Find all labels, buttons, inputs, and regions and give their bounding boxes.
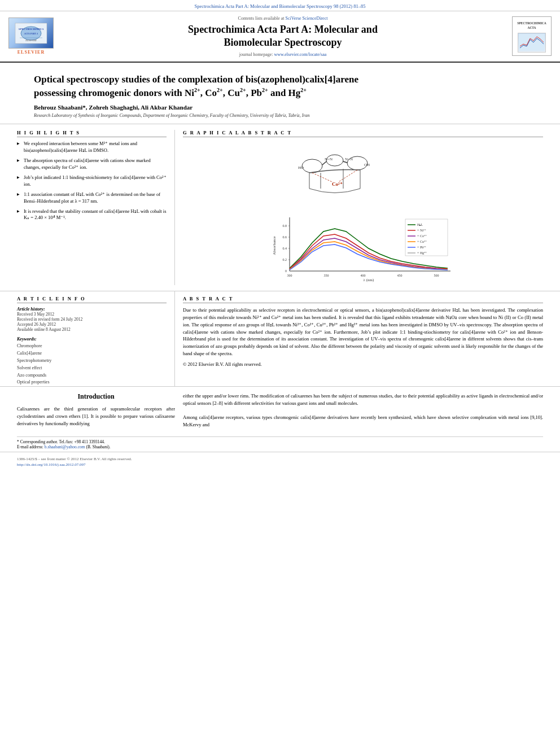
svg-text:0.8: 0.8 xyxy=(283,224,287,228)
svg-text:HO: HO xyxy=(298,165,304,170)
received-date: Received 3 May 2012 xyxy=(17,312,167,317)
article-info-heading: A R T I C L E I N F O xyxy=(17,296,167,303)
abstract-copyright: © 2012 Elsevier B.V. All rights reserved… xyxy=(183,361,543,368)
svg-text:+ Pb²⁺: + Pb²⁺ xyxy=(417,246,426,249)
highlight-item-2: The absorption spectra of calix[4]arene … xyxy=(17,158,167,171)
intro-right-column: either the upper and/or lower rims. The … xyxy=(183,392,543,429)
graphical-abstract-column: G R A P H I C A L A B S T R A C T N=N N=… xyxy=(175,130,543,285)
spectrum-svg: 0 0.2 0.4 0.6 0.8 300 350 400 450 500 xyxy=(270,215,456,282)
abstract-heading: A B S T R A C T xyxy=(183,296,543,303)
keyword-3: Spectrophotometry xyxy=(17,357,167,365)
intro-heading: Introduction xyxy=(17,392,175,401)
available-online-date: Available online 8 August 2012 xyxy=(17,327,167,332)
spectro-logo-area: SPECTROCHIMICAACTA xyxy=(509,16,554,56)
svg-text:Absorbance: Absorbance xyxy=(272,237,277,255)
svg-text:ACTA PART A: ACTA PART A xyxy=(24,32,38,35)
accepted-date: Accepted 26 July 2012 xyxy=(17,322,167,327)
journal-header: SPECTROCHIMICA ACTA PART A ELSEVIER ELSE… xyxy=(0,11,560,63)
paper-title-section: Optical spectroscopy studies of the comp… xyxy=(0,63,560,125)
spectrum-chart: 0 0.2 0.4 0.6 0.8 300 350 400 450 500 xyxy=(183,212,543,285)
highlight-item-3: Job’s plot indicated 1:1 binding-stoichi… xyxy=(17,174,167,188)
svg-text:0: 0 xyxy=(285,269,287,273)
svg-text:ELSEVIER: ELSEVIER xyxy=(25,39,37,42)
intro-left-column: Introduction Calixarenes are the third g… xyxy=(17,392,175,429)
svg-line-22 xyxy=(339,170,357,182)
svg-text:450: 450 xyxy=(397,274,403,277)
molecule-svg: N=N N=N HO OH Co²⁺ xyxy=(273,143,453,206)
highlights-abstract-row: H I G H L I G H T S We explored interact… xyxy=(0,130,560,285)
journal-homepage: journal homepage: www.elsevier.com/locat… xyxy=(62,52,504,57)
elsevier-text: ELSEVIER xyxy=(18,50,45,55)
corresponding-author-note: * Corresponding author. Tel./fax: +98 41… xyxy=(17,439,543,444)
history-label: Article history: xyxy=(17,307,167,312)
received-revised-date: Received in revised form 24 July 2012 xyxy=(17,317,167,322)
highlight-item-4: 1:1 association constant of H₂L with Co²… xyxy=(17,191,167,205)
svg-text:0.4: 0.4 xyxy=(283,247,287,250)
email-label: E-mail address: xyxy=(17,444,43,449)
doi-link[interactable]: http://dx.doi.org/10.1016/j.saa.2012.07.… xyxy=(17,462,85,467)
svg-text:400: 400 xyxy=(361,274,366,277)
svg-text:+ Hg²⁺: + Hg²⁺ xyxy=(417,251,427,255)
introduction-section: Introduction Calixarenes are the third g… xyxy=(0,386,560,434)
journal-center-block: Contents lists available at SciVerse Sci… xyxy=(62,16,504,57)
email-suffix: (B. Shaabani). xyxy=(86,444,111,449)
svg-text:+ Cu²⁺: + Cu²⁺ xyxy=(417,240,427,243)
journal-citation: Spectrochimica Acta Part A: Molecular an… xyxy=(194,3,365,9)
abstract-column: A B S T R A C T Due to their potential a… xyxy=(175,291,543,386)
highlights-heading: H I G H L I G H T S xyxy=(17,130,167,137)
keyword-2: Calix[4]arene xyxy=(17,350,167,357)
sciverse-link[interactable]: SciVerse ScienceDirect xyxy=(286,16,328,21)
homepage-link[interactable]: www.elsevier.com/locate/saa xyxy=(274,52,326,57)
svg-text:H₂L: H₂L xyxy=(417,223,423,226)
highlight-item-5: It is revealed that the stability consta… xyxy=(17,208,167,222)
svg-rect-6 xyxy=(519,34,545,51)
footnote-section: * Corresponding author. Tel./fax: +98 41… xyxy=(0,434,560,452)
keyword-6: Optical properties xyxy=(17,379,167,386)
keyword-4: Solvent effect xyxy=(17,365,167,372)
svg-text:0.6: 0.6 xyxy=(283,235,287,239)
svg-text:N=N: N=N xyxy=(345,157,353,161)
info-abstract-row: A R T I C L E I N F O Article history: R… xyxy=(0,291,560,386)
paper-affiliation: Research Laboratory of Synthesis of Inor… xyxy=(34,113,526,118)
svg-text:Co²⁺: Co²⁺ xyxy=(332,181,343,187)
svg-text:N=N: N=N xyxy=(325,157,333,161)
svg-text:SPECTROCHIMICA: SPECTROCHIMICA xyxy=(19,28,44,30)
issn-note: 1386-1425/$ – see front matter © 2012 El… xyxy=(17,457,543,461)
highlights-column: H I G H L I G H T S We explored interact… xyxy=(17,130,175,285)
sciverse-line: Contents lists available at SciVerse Sci… xyxy=(62,16,504,21)
svg-line-10 xyxy=(322,161,326,165)
keyword-1: Chromophore xyxy=(17,343,167,350)
email-address[interactable]: b.shaabani@yahoo.com xyxy=(45,444,85,449)
article-info-column: A R T I C L E I N F O Article history: R… xyxy=(17,291,175,386)
email-note: E-mail address: b.shaabani@yahoo.com (B.… xyxy=(17,444,543,449)
keyword-5: Azo compounds xyxy=(17,372,167,379)
publisher-logo-area: SPECTROCHIMICA ACTA PART A ELSEVIER ELSE… xyxy=(6,18,56,55)
svg-text:+ Ni²⁺: + Ni²⁺ xyxy=(417,229,426,232)
paper-title: Optical spectroscopy studies of the comp… xyxy=(34,73,526,100)
keywords-section: Keywords: Chromophore Calix[4]arene Spec… xyxy=(17,337,167,386)
spectro-logo: SPECTROCHIMICAACTA xyxy=(512,16,552,56)
molecule-drawing: N=N N=N HO OH Co²⁺ xyxy=(183,141,543,208)
keywords-list: Chromophore Calix[4]arene Spectrophotome… xyxy=(17,343,167,386)
doi-note: http://dx.doi.org/10.1016/j.saa.2012.07.… xyxy=(17,462,543,467)
elsevier-logo-graphic: SPECTROCHIMICA ACTA PART A ELSEVIER xyxy=(8,18,54,49)
highlights-list: We explored interaction between some M²⁺… xyxy=(17,141,167,221)
intro-right-text: either the upper and/or lower rims. The … xyxy=(183,392,543,429)
top-bar: Spectrochimica Acta Part A: Molecular an… xyxy=(0,0,560,11)
abstract-text: Due to their potential applicability as … xyxy=(183,307,543,368)
svg-text:+ Co²⁺: + Co²⁺ xyxy=(417,234,427,238)
svg-point-7 xyxy=(302,159,322,173)
intro-left-text: Calixarenes are the third generation of … xyxy=(17,405,175,427)
page-footer: 1386-1425/$ – see front matter © 2012 El… xyxy=(0,452,560,473)
svg-text:λ (nm): λ (nm) xyxy=(364,278,374,282)
article-history: Article history: Received 3 May 2012 Rec… xyxy=(17,307,167,332)
graphical-abstract-heading: G R A P H I C A L A B S T R A C T xyxy=(183,130,543,137)
svg-text:300: 300 xyxy=(287,274,292,277)
spectro-logo-text: SPECTROCHIMICAACTA xyxy=(516,20,548,31)
abstract-paragraph: Due to their potential applicability as … xyxy=(183,307,543,357)
svg-line-11 xyxy=(343,161,347,163)
svg-text:500: 500 xyxy=(434,274,439,277)
svg-text:0.2: 0.2 xyxy=(283,258,287,261)
journal-title: Spectrochimica Acta Part A: Molecular an… xyxy=(62,23,504,50)
svg-text:OH: OH xyxy=(364,163,370,167)
